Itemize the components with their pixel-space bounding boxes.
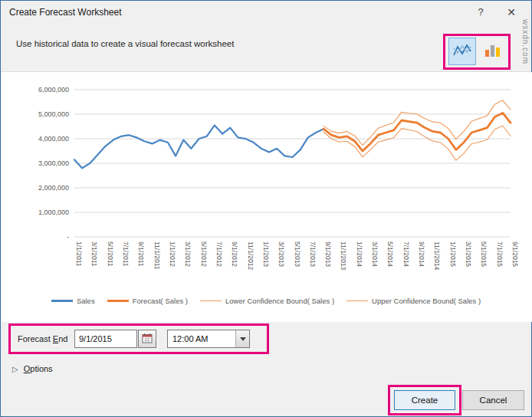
svg-text:3/1/2014: 3/1/2014 [371, 241, 379, 267]
help-button[interactable]: ? [468, 1, 493, 24]
column-chart-icon [483, 42, 501, 61]
calendar-icon [142, 333, 153, 346]
forecast-end-date-input[interactable] [74, 330, 137, 348]
chart-legend: Sales Forecast( Sales ) Lower Confidence… [1, 297, 531, 305]
svg-text:4,000,000: 4,000,000 [38, 135, 69, 143]
svg-text:1,000,000: 1,000,000 [38, 208, 69, 216]
forecast-end-label: Forecast End [18, 329, 67, 349]
svg-text:1/1/2014: 1/1/2014 [356, 241, 363, 267]
svg-text:3/1/2013: 3/1/2013 [277, 241, 285, 267]
svg-text:5,000,000: 5,000,000 [38, 110, 69, 118]
legend-line-sales [51, 300, 73, 301]
svg-text:9/1/2012: 9/1/2012 [231, 241, 238, 267]
legend-line-lower-bound [200, 300, 222, 302]
svg-text:6,000,000: 6,000,000 [38, 86, 69, 94]
svg-text:3/1/2011: 3/1/2011 [90, 241, 98, 267]
svg-text:1/1/2012: 1/1/2012 [169, 241, 176, 267]
time-combobox-value: 12:00 AM [168, 330, 235, 347]
svg-text:5/1/2011: 5/1/2011 [107, 241, 114, 267]
svg-text:11/1/2012: 11/1/2012 [247, 241, 255, 270]
svg-text:5/1/2012: 5/1/2012 [200, 241, 208, 267]
legend-item-forecast: Forecast( Sales ) [107, 297, 188, 305]
combobox-dropdown-button[interactable] [235, 330, 249, 347]
chevron-down-icon [240, 337, 246, 341]
svg-text:3/1/2015: 3/1/2015 [465, 241, 472, 267]
close-button[interactable]: ✕ [499, 1, 524, 24]
legend-line-forecast [107, 300, 129, 302]
legend-line-upper-bound [346, 300, 368, 302]
svg-text:5/1/2015: 5/1/2015 [480, 241, 488, 267]
svg-text:9/1/2013: 9/1/2013 [324, 241, 332, 267]
column-chart-type-button[interactable] [478, 38, 506, 65]
svg-text:7/1/2012: 7/1/2012 [215, 241, 223, 267]
expander-triangle-icon: ▷ [12, 365, 18, 373]
time-combobox[interactable]: 12:00 AM [167, 330, 250, 348]
svg-text:7/1/2015: 7/1/2015 [496, 241, 504, 267]
svg-text:11/1/2011: 11/1/2011 [153, 241, 161, 270]
svg-text:11/1/2014: 11/1/2014 [433, 241, 441, 270]
chart-type-toggle [448, 38, 506, 65]
svg-text:9/1/2014: 9/1/2014 [418, 241, 425, 267]
cancel-button[interactable]: Cancel [462, 390, 524, 410]
date-picker-button[interactable] [138, 330, 156, 348]
svg-text:5/1/2014: 5/1/2014 [386, 241, 394, 267]
svg-text:9/1/2011: 9/1/2011 [137, 241, 145, 267]
title-bar: Create Forecast Worksheet ? ✕ [1, 1, 531, 24]
legend-item-upper-bound: Upper Confidence Bound( Sales ) [346, 297, 481, 305]
svg-text:1/1/2011: 1/1/2011 [75, 241, 83, 267]
svg-text:2,000,000: 2,000,000 [38, 184, 69, 192]
svg-text:7/1/2011: 7/1/2011 [122, 241, 130, 267]
svg-text:5/1/2013: 5/1/2013 [294, 241, 301, 267]
forecast-chart: 6,000,0005,000,0004,000,0003,000,0002,00… [8, 79, 522, 294]
svg-text:3/1/2012: 3/1/2012 [184, 241, 192, 267]
svg-text:1/1/2013: 1/1/2013 [262, 241, 270, 267]
create-button[interactable]: Create [394, 390, 455, 410]
svg-text:9/1/2015: 9/1/2015 [511, 241, 519, 267]
watermark-text: wsxdn.com [521, 19, 530, 64]
svg-text:-: - [67, 233, 69, 241]
svg-text:3,000,000: 3,000,000 [38, 159, 69, 167]
legend-item-lower-bound: Lower Confidence Bound( Sales ) [200, 297, 334, 305]
dialog-subtitle: Use historical data to create a visual f… [16, 39, 234, 48]
create-forecast-worksheet-dialog: Create Forecast Worksheet ? ✕ wsxdn.com … [0, 0, 532, 417]
options-expander[interactable]: ▷ Options [12, 364, 53, 373]
svg-text:1/1/2015: 1/1/2015 [449, 241, 457, 267]
legend-item-sales: Sales [51, 297, 95, 305]
svg-text:7/1/2013: 7/1/2013 [309, 241, 317, 267]
svg-text:11/1/2013: 11/1/2013 [340, 241, 347, 270]
line-chart-type-button[interactable] [448, 38, 476, 65]
svg-text:7/1/2014: 7/1/2014 [402, 241, 410, 267]
options-label: Options [24, 364, 53, 373]
dialog-title: Create Forecast Worksheet [9, 1, 122, 24]
line-chart-icon [452, 42, 472, 61]
